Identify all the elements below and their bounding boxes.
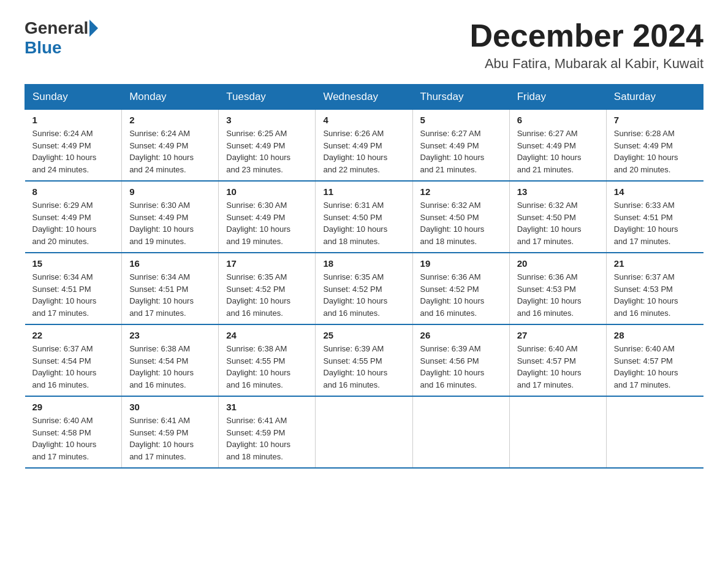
day-number: 13 [517, 186, 599, 197]
day-info: Sunrise: 6:40 AMSunset: 4:57 PMDaylight:… [614, 343, 696, 391]
day-info: Sunrise: 6:30 AMSunset: 4:49 PMDaylight:… [226, 199, 308, 247]
day-info: Sunrise: 6:26 AMSunset: 4:49 PMDaylight:… [323, 128, 404, 175]
day-cell: 10 Sunrise: 6:30 AMSunset: 4:49 PMDaylig… [219, 181, 316, 253]
day-number: 9 [129, 186, 211, 197]
day-number: 22 [32, 330, 115, 340]
day-info: Sunrise: 6:32 AMSunset: 4:50 PMDaylight:… [420, 199, 502, 247]
day-number: 14 [614, 186, 696, 197]
day-info: Sunrise: 6:39 AMSunset: 4:56 PMDaylight:… [420, 343, 502, 391]
day-info: Sunrise: 6:29 AMSunset: 4:49 PMDaylight:… [32, 199, 115, 247]
day-cell: 18 Sunrise: 6:35 AMSunset: 4:52 PMDaylig… [316, 253, 412, 324]
day-number: 26 [420, 330, 502, 340]
week-row-4: 22 Sunrise: 6:37 AMSunset: 4:54 PMDaylig… [25, 324, 703, 396]
day-number: 17 [226, 258, 308, 269]
day-cell: 7 Sunrise: 6:28 AMSunset: 4:49 PMDayligh… [606, 110, 703, 182]
day-info: Sunrise: 6:40 AMSunset: 4:57 PMDaylight:… [517, 343, 599, 391]
day-info: Sunrise: 6:27 AMSunset: 4:49 PMDaylight:… [517, 128, 599, 175]
day-number: 18 [323, 258, 404, 269]
day-cell: 29 Sunrise: 6:40 AMSunset: 4:58 PMDaylig… [25, 396, 122, 468]
header-thursday: Thursday [412, 85, 509, 110]
month-title: December 2024 [469, 18, 703, 53]
week-row-5: 29 Sunrise: 6:40 AMSunset: 4:58 PMDaylig… [25, 396, 703, 468]
day-info: Sunrise: 6:41 AMSunset: 4:59 PMDaylight:… [129, 415, 211, 462]
day-info: Sunrise: 6:34 AMSunset: 4:51 PMDaylight:… [32, 271, 115, 319]
logo-blue-text: Blue [25, 38, 62, 58]
day-number: 10 [226, 186, 308, 197]
page-header: General Blue December 2024 Abu Fatira, M… [25, 18, 703, 72]
day-info: Sunrise: 6:37 AMSunset: 4:53 PMDaylight:… [614, 271, 696, 319]
day-info: Sunrise: 6:41 AMSunset: 4:59 PMDaylight:… [226, 415, 308, 462]
day-cell: 16 Sunrise: 6:34 AMSunset: 4:51 PMDaylig… [122, 253, 219, 324]
header-monday: Monday [122, 85, 219, 110]
header-friday: Friday [509, 85, 606, 110]
day-cell: 17 Sunrise: 6:35 AMSunset: 4:52 PMDaylig… [219, 253, 316, 324]
day-info: Sunrise: 6:36 AMSunset: 4:53 PMDaylight:… [517, 271, 599, 319]
day-info: Sunrise: 6:30 AMSunset: 4:49 PMDaylight:… [129, 199, 211, 247]
calendar-body: 1 Sunrise: 6:24 AMSunset: 4:49 PMDayligh… [25, 110, 703, 469]
week-row-1: 1 Sunrise: 6:24 AMSunset: 4:49 PMDayligh… [25, 110, 703, 182]
day-cell [509, 396, 606, 468]
day-number: 1 [32, 115, 115, 125]
day-number: 31 [226, 402, 308, 412]
day-cell: 19 Sunrise: 6:36 AMSunset: 4:52 PMDaylig… [412, 253, 509, 324]
day-cell: 30 Sunrise: 6:41 AMSunset: 4:59 PMDaylig… [122, 396, 219, 468]
day-number: 4 [323, 115, 404, 125]
day-number: 30 [129, 402, 211, 412]
day-cell: 14 Sunrise: 6:33 AMSunset: 4:51 PMDaylig… [606, 181, 703, 253]
day-cell: 22 Sunrise: 6:37 AMSunset: 4:54 PMDaylig… [25, 324, 122, 396]
day-info: Sunrise: 6:28 AMSunset: 4:49 PMDaylight:… [614, 128, 696, 175]
day-number: 5 [420, 115, 502, 125]
header-sunday: Sunday [25, 85, 122, 110]
day-cell: 23 Sunrise: 6:38 AMSunset: 4:54 PMDaylig… [122, 324, 219, 396]
day-number: 21 [614, 258, 696, 269]
day-cell: 8 Sunrise: 6:29 AMSunset: 4:49 PMDayligh… [25, 181, 122, 253]
day-info: Sunrise: 6:39 AMSunset: 4:55 PMDaylight:… [323, 343, 404, 391]
calendar-table: SundayMondayTuesdayWednesdayThursdayFrid… [25, 84, 703, 469]
day-cell: 5 Sunrise: 6:27 AMSunset: 4:49 PMDayligh… [412, 110, 509, 182]
day-cell: 9 Sunrise: 6:30 AMSunset: 4:49 PMDayligh… [122, 181, 219, 253]
day-info: Sunrise: 6:24 AMSunset: 4:49 PMDaylight:… [129, 128, 211, 175]
day-cell [316, 396, 412, 468]
day-cell: 1 Sunrise: 6:24 AMSunset: 4:49 PMDayligh… [25, 110, 122, 182]
day-cell: 4 Sunrise: 6:26 AMSunset: 4:49 PMDayligh… [316, 110, 412, 182]
day-info: Sunrise: 6:38 AMSunset: 4:54 PMDaylight:… [129, 343, 211, 391]
day-cell: 12 Sunrise: 6:32 AMSunset: 4:50 PMDaylig… [412, 181, 509, 253]
day-number: 7 [614, 115, 696, 125]
day-number: 3 [226, 115, 308, 125]
day-cell [606, 396, 703, 468]
day-info: Sunrise: 6:35 AMSunset: 4:52 PMDaylight:… [226, 271, 308, 319]
day-number: 29 [32, 402, 115, 412]
day-number: 28 [614, 330, 696, 340]
day-number: 24 [226, 330, 308, 340]
day-info: Sunrise: 6:24 AMSunset: 4:49 PMDaylight:… [32, 128, 115, 175]
day-cell: 27 Sunrise: 6:40 AMSunset: 4:57 PMDaylig… [509, 324, 606, 396]
header-tuesday: Tuesday [219, 85, 316, 110]
day-number: 8 [32, 186, 115, 197]
day-cell: 28 Sunrise: 6:40 AMSunset: 4:57 PMDaylig… [606, 324, 703, 396]
week-row-3: 15 Sunrise: 6:34 AMSunset: 4:51 PMDaylig… [25, 253, 703, 324]
day-cell: 26 Sunrise: 6:39 AMSunset: 4:56 PMDaylig… [412, 324, 509, 396]
day-cell: 3 Sunrise: 6:25 AMSunset: 4:49 PMDayligh… [219, 110, 316, 182]
day-cell: 2 Sunrise: 6:24 AMSunset: 4:49 PMDayligh… [122, 110, 219, 182]
day-info: Sunrise: 6:25 AMSunset: 4:49 PMDaylight:… [226, 128, 308, 175]
day-info: Sunrise: 6:38 AMSunset: 4:55 PMDaylight:… [226, 343, 308, 391]
day-info: Sunrise: 6:36 AMSunset: 4:52 PMDaylight:… [420, 271, 502, 319]
day-cell: 13 Sunrise: 6:32 AMSunset: 4:50 PMDaylig… [509, 181, 606, 253]
day-number: 27 [517, 330, 599, 340]
day-cell: 15 Sunrise: 6:34 AMSunset: 4:51 PMDaylig… [25, 253, 122, 324]
day-cell: 31 Sunrise: 6:41 AMSunset: 4:59 PMDaylig… [219, 396, 316, 468]
day-number: 2 [129, 115, 211, 125]
day-info: Sunrise: 6:37 AMSunset: 4:54 PMDaylight:… [32, 343, 115, 391]
week-row-2: 8 Sunrise: 6:29 AMSunset: 4:49 PMDayligh… [25, 181, 703, 253]
logo: General Blue [25, 18, 99, 58]
day-info: Sunrise: 6:33 AMSunset: 4:51 PMDaylight:… [614, 199, 696, 247]
day-cell: 6 Sunrise: 6:27 AMSunset: 4:49 PMDayligh… [509, 110, 606, 182]
day-number: 23 [129, 330, 211, 340]
logo-triangle-icon [89, 20, 98, 37]
day-info: Sunrise: 6:35 AMSunset: 4:52 PMDaylight:… [323, 271, 404, 319]
day-number: 19 [420, 258, 502, 269]
day-cell: 20 Sunrise: 6:36 AMSunset: 4:53 PMDaylig… [509, 253, 606, 324]
location-title: Abu Fatira, Mubarak al Kabir, Kuwait [469, 56, 703, 72]
day-cell: 21 Sunrise: 6:37 AMSunset: 4:53 PMDaylig… [606, 253, 703, 324]
day-info: Sunrise: 6:31 AMSunset: 4:50 PMDaylight:… [323, 199, 404, 247]
